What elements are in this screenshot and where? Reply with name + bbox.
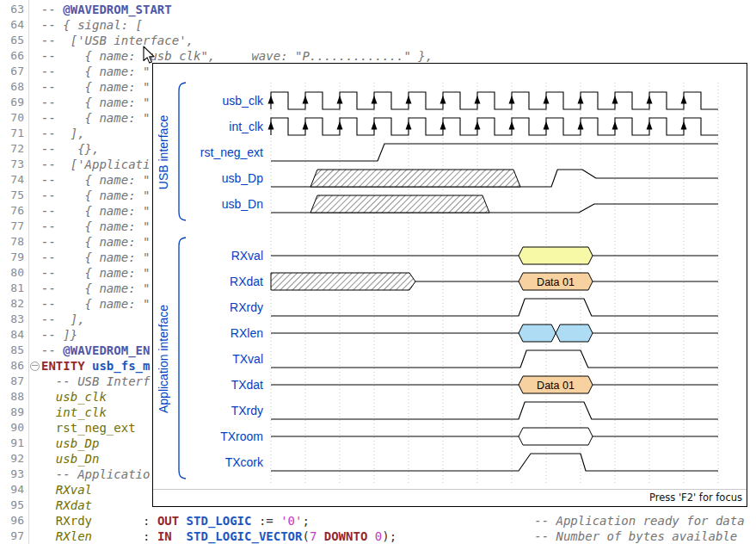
code-token: -- { name: " <box>41 235 150 249</box>
wavedrom-preview-popup[interactable]: USB interfaceusb_clkint_clkrst_neg_extus… <box>152 63 747 507</box>
bus-data-cell <box>519 428 593 445</box>
code-token: @WAVEDROM_EN <box>63 343 150 357</box>
code-token: -- { name: " <box>41 219 150 233</box>
signal-label: TXrdy <box>231 404 263 417</box>
code-token: RXlen <box>41 529 92 543</box>
code-token: -- <box>41 343 63 357</box>
clock-edge-arrow-icon <box>681 121 687 130</box>
undefined-bus-hatch <box>310 170 520 187</box>
line-number: 94 <box>0 482 24 498</box>
line-number: 91 <box>0 436 24 451</box>
line-number: 96 <box>0 513 24 529</box>
code-token: -- { name: " <box>41 189 150 202</box>
line-number: 67 <box>0 64 24 79</box>
clock-edge-arrow-icon <box>509 96 515 104</box>
line-number: 92 <box>0 451 24 467</box>
code-token: -- Application ready for data <box>310 514 745 528</box>
line-number: 79 <box>0 250 24 265</box>
signal-label: RXlen <box>230 326 263 340</box>
signal-label: usb_Dn <box>222 197 263 211</box>
code-token: : <box>92 514 157 528</box>
code-token: -- ], <box>41 312 85 326</box>
clock-edge-arrow-icon <box>647 96 653 104</box>
group-bracket <box>179 238 186 479</box>
code-line[interactable]: RXrdy : OUT STD_LOGIC := '0'; -- Applica… <box>41 513 745 529</box>
code-token: IN <box>157 529 172 543</box>
line-number: 74 <box>0 172 24 188</box>
clock-edge-arrow-icon <box>578 121 584 130</box>
code-line[interactable]: -- { signal: [ <box>41 17 745 33</box>
signal-label: usb_Dp <box>222 171 263 185</box>
code-token: STD_LOGIC <box>187 514 252 528</box>
code-token: ; <box>302 514 309 528</box>
line-number: 77 <box>0 219 24 234</box>
code-token: : <box>92 529 157 543</box>
code-token: -- { signal: [ <box>41 18 143 32</box>
line-number: 78 <box>0 234 24 250</box>
bus-data-cell <box>556 325 593 342</box>
code-token <box>172 529 187 543</box>
signal-wave <box>271 454 718 471</box>
clock-edge-arrow-icon <box>544 96 550 104</box>
bus-data-label: Data 01 <box>537 380 575 392</box>
code-token: rst_neg_ext <box>41 421 136 435</box>
clock-edge-arrow-icon <box>440 121 446 130</box>
clock-edge-arrow-icon <box>612 121 618 130</box>
code-fold-collapse-icon[interactable] <box>30 362 40 371</box>
group-bracket <box>179 83 186 220</box>
popup-focus-hint: Press 'F2' for focus <box>153 489 747 506</box>
clock-edge-arrow-icon <box>544 121 550 130</box>
signal-label: RXrdy <box>230 300 263 314</box>
code-token: -- ]} <box>41 328 77 342</box>
code-token: -- { name: " <box>41 266 150 280</box>
code-token: -- USB Interf <box>41 374 150 388</box>
signal-label: TXcork <box>225 455 264 469</box>
code-token: 0 <box>375 529 382 543</box>
line-number: 75 <box>0 188 24 203</box>
clock-edge-arrow-icon <box>372 121 378 130</box>
line-number: 89 <box>0 405 24 420</box>
code-line[interactable]: -- @WAVEDROM_START <box>41 2 745 17</box>
clock-edge-arrow-icon <box>406 96 412 104</box>
signal-wave <box>271 299 718 316</box>
code-token: -- ['USB interface', <box>41 34 194 47</box>
wavedrom-timing-diagram: USB interfaceusb_clkint_clkrst_neg_extus… <box>153 64 747 489</box>
code-line[interactable]: RXlen : IN STD_LOGIC_VECTOR(7 DOWNTO 0);… <box>41 529 745 544</box>
signal-label: TXval <box>232 352 263 366</box>
code-token: RXval <box>41 483 92 497</box>
code-token: int_clk <box>41 405 107 419</box>
bus-data-cell <box>519 247 593 264</box>
clock-edge-arrow-icon <box>337 96 343 104</box>
clock-edge-arrow-icon <box>372 96 378 104</box>
clock-edge-arrow-icon <box>509 121 515 130</box>
code-token: '0' <box>280 514 302 528</box>
line-number: 93 <box>0 467 24 482</box>
group-label: Application interface <box>157 305 170 413</box>
gutter-separator <box>28 0 29 544</box>
clock-edge-arrow-icon <box>578 96 584 104</box>
code-token: -- { name: " <box>41 111 150 125</box>
line-number: 63 <box>0 2 24 17</box>
line-number: 81 <box>0 281 24 296</box>
code-token: @WAVEDROM_START <box>63 3 171 16</box>
bus-data-cell <box>519 325 556 342</box>
code-token: STD_LOGIC_VECTOR <box>187 529 303 543</box>
code-line[interactable]: -- { name: "usb_clk", wave: "P..........… <box>41 48 745 64</box>
code-token: RXdat <box>41 498 92 512</box>
line-number: 71 <box>0 126 24 141</box>
signal-label: int_clk <box>229 120 264 133</box>
line-number: 72 <box>0 141 24 157</box>
code-token: -- ['Applicati <box>41 158 150 171</box>
line-number: 84 <box>0 327 24 343</box>
code-token: -- { name: " <box>41 65 150 78</box>
code-token: RXrdy <box>41 514 92 528</box>
code-line[interactable]: -- ['USB interface', <box>41 33 745 48</box>
undefined-bus-hatch <box>271 273 415 290</box>
signal-wave <box>271 402 718 419</box>
code-token <box>179 514 186 528</box>
signal-label: TXdat <box>231 378 263 392</box>
bus-data-label: Data 01 <box>537 276 575 288</box>
vhdl-editor-window: 6364656667686970717273747576777879808182… <box>0 0 756 544</box>
code-token: -- ], <box>41 127 85 140</box>
clock-edge-arrow-icon <box>647 121 653 130</box>
